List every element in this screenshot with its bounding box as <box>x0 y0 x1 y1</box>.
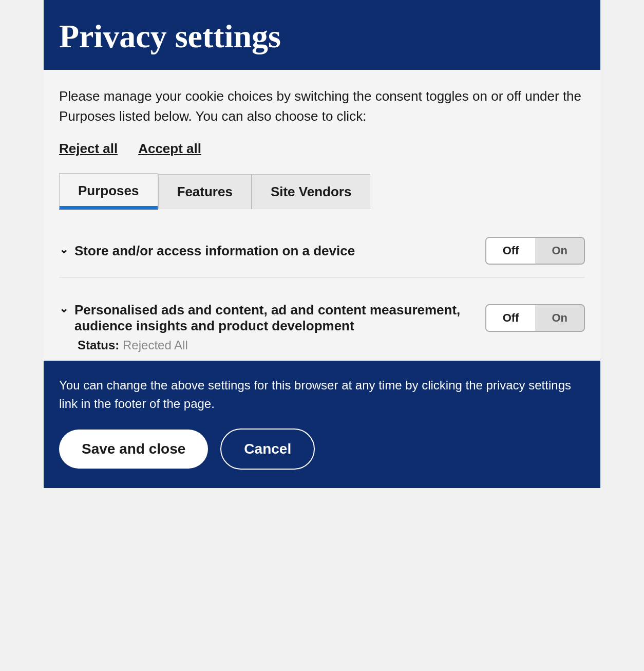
chevron-down-icon[interactable]: ⌄ <box>59 243 68 256</box>
reject-all-button[interactable]: Reject all <box>59 141 118 157</box>
purpose-label-personalised-ads: ⌄ Personalised ads and content, ad and c… <box>59 302 485 334</box>
tab-active-indicator <box>60 206 158 208</box>
purpose-section-personalised-ads: ⌄ Personalised ads and content, ad and c… <box>59 277 585 361</box>
modal-header: Privacy settings <box>44 0 600 70</box>
description-text: Please manage your cookie choices by swi… <box>59 86 585 126</box>
footer-buttons: Save and close Cancel <box>59 428 585 470</box>
tab-purposes[interactable]: Purposes <box>59 173 158 210</box>
accept-all-button[interactable]: Accept all <box>138 141 201 157</box>
save-and-close-button[interactable]: Save and close <box>59 430 208 469</box>
status-line-personalised-ads: Status: Rejected All <box>59 338 585 361</box>
purpose-row-store-access: ⌄ Store and/or access information on a d… <box>59 225 585 277</box>
purpose-title-row-personalised-ads: ⌄ Personalised ads and content, ad and c… <box>59 290 585 338</box>
toggle-personalised-ads[interactable]: Off On <box>485 304 585 332</box>
toggle-off-store-access[interactable]: Off <box>486 238 536 264</box>
toggle-store-access[interactable]: Off On <box>485 237 585 265</box>
quick-actions: Reject all Accept all <box>59 141 585 157</box>
cancel-button[interactable]: Cancel <box>220 428 315 470</box>
toggle-on-personalised-ads[interactable]: On <box>535 305 584 331</box>
page-title: Privacy settings <box>59 18 585 54</box>
toggle-off-personalised-ads[interactable]: Off <box>486 305 536 331</box>
status-label: Status: <box>78 338 119 352</box>
status-value-personalised-ads: Rejected All <box>123 338 188 352</box>
privacy-settings-modal: Privacy settings Please manage your cook… <box>44 0 600 488</box>
modal-footer: You can change the above settings for th… <box>44 361 600 488</box>
footer-info-text: You can change the above settings for th… <box>59 376 585 413</box>
tab-site-vendors[interactable]: Site Vendors <box>252 174 371 209</box>
tabs-container: Purposes Features Site Vendors <box>59 173 585 209</box>
modal-body: Please manage your cookie choices by swi… <box>44 70 600 209</box>
purposes-content: ⌄ Store and/or access information on a d… <box>44 209 600 361</box>
tab-features[interactable]: Features <box>158 174 252 209</box>
toggle-on-store-access[interactable]: On <box>535 238 584 264</box>
purpose-label-store-access: ⌄ Store and/or access information on a d… <box>59 243 485 259</box>
chevron-down-icon-2[interactable]: ⌄ <box>59 302 68 315</box>
